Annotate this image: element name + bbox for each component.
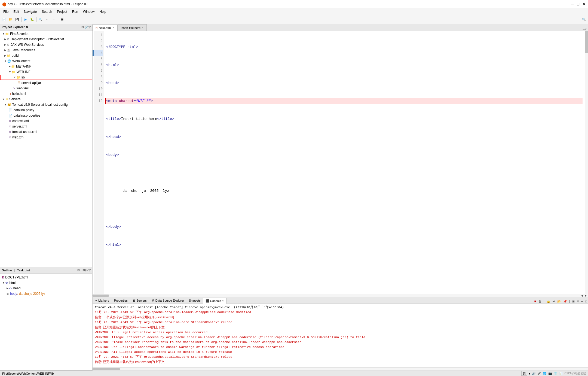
menu-window[interactable]: Window bbox=[81, 9, 97, 14]
outline-body-icon: ▣ bbox=[7, 292, 9, 295]
menu-edit[interactable]: Edit bbox=[11, 9, 21, 14]
toolbar-perspectives[interactable]: ⊞ bbox=[59, 17, 65, 23]
outline-icon3[interactable]: ⊞ bbox=[82, 269, 85, 272]
tree-web-inf[interactable]: ▼ 📁 WEB-INF bbox=[0, 69, 92, 75]
outline-icon4[interactable]: ▷ bbox=[85, 269, 88, 272]
collapse-all-icon[interactable]: ⊟ bbox=[81, 26, 84, 29]
toolbar-new[interactable]: 📄 bbox=[1, 17, 7, 23]
tree-web-xml[interactable]: ✕ web.xml bbox=[0, 86, 92, 91]
tree-catalina-props-label: catalina.properties bbox=[14, 114, 40, 117]
view-menu-icon[interactable]: ▽ bbox=[88, 26, 91, 29]
tab-console[interactable]: ⬛ Console ✕ bbox=[203, 298, 226, 304]
tree-servers[interactable]: ▼ 🖥 Servers bbox=[0, 96, 92, 102]
console-close[interactable]: ✕ bbox=[222, 299, 224, 302]
outline-icon2[interactable]: ↕ bbox=[80, 269, 82, 272]
tree-meta-inf[interactable]: ▶ 📁 META-INF bbox=[0, 64, 92, 69]
tree-tomcat-users[interactable]: ✕ tomcat-users.xml bbox=[0, 129, 92, 135]
tab-close-insert[interactable]: ✕ bbox=[142, 26, 144, 29]
maximize-button[interactable]: □ bbox=[577, 2, 579, 6]
toolbar-save[interactable]: 💾 bbox=[14, 17, 20, 23]
editor-minimize-icon[interactable]: ─ bbox=[583, 28, 585, 31]
tab-markers[interactable]: ✔ Markers bbox=[93, 298, 112, 304]
console-minimize[interactable]: ─ bbox=[580, 299, 584, 303]
tab-properties[interactable]: Properties bbox=[112, 298, 130, 304]
console-open-file-icon[interactable]: 📂 bbox=[556, 299, 562, 304]
tree-build[interactable]: ▶ 📁 build bbox=[0, 53, 92, 58]
toolbar-open[interactable]: 📂 bbox=[8, 17, 14, 23]
console-scroll-lock-icon[interactable]: 🔒 bbox=[546, 299, 551, 304]
editor-scrollbar[interactable] bbox=[585, 31, 588, 294]
console-hscroll[interactable] bbox=[93, 367, 588, 371]
console-word-wrap-icon[interactable]: ↵ bbox=[552, 299, 556, 304]
toolbar-search-right[interactable]: 🔍 bbox=[581, 17, 587, 23]
close-button[interactable]: ✕ bbox=[583, 2, 586, 6]
minimize-button[interactable]: ─ bbox=[571, 2, 574, 6]
statusbar-icon3: 🎤 bbox=[537, 372, 541, 375]
tree-server-xml[interactable]: ✕ server.xml bbox=[0, 124, 92, 129]
editor-view-controls: ─ □ bbox=[582, 28, 588, 31]
statusbar-brand: CSDN@经验笔记 bbox=[565, 372, 586, 375]
tree-java-resources[interactable]: ▶ ☕ Java Resources bbox=[0, 47, 92, 53]
tab-close-hello[interactable]: ✕ bbox=[112, 26, 115, 29]
editor-hscroll[interactable]: ◀ ▶ bbox=[93, 294, 588, 297]
menu-file[interactable]: File bbox=[1, 9, 11, 14]
outline-doctype[interactable]: D DOCTYPE:html bbox=[0, 275, 92, 280]
tree-webcontent[interactable]: ▼ 🌐 WebContent bbox=[0, 58, 92, 64]
outline-icon1[interactable]: ⊟ bbox=[77, 269, 79, 272]
console-pin-icon[interactable]: 📌 bbox=[562, 299, 568, 304]
scroll-arrow-right[interactable]: ▶ bbox=[584, 294, 588, 297]
menu-search[interactable]: Search bbox=[39, 9, 54, 14]
tree-context-xml[interactable]: ✕ context.xml bbox=[0, 118, 92, 124]
tree-tomcat-label: Tomcat v9.0 Server at localhost-config bbox=[12, 103, 68, 107]
tab-insert-title[interactable]: Insert title here ✕ bbox=[118, 24, 147, 31]
code-line-7: <body> bbox=[106, 152, 583, 158]
tab-servers[interactable]: 🖥 Servers bbox=[130, 298, 149, 304]
console-maximize[interactable]: □ bbox=[584, 299, 588, 303]
editor-outer: H hello.html ✕ Insert title here ✕ ─ □ bbox=[93, 24, 588, 371]
ime-status[interactable]: 英 bbox=[521, 371, 527, 376]
outline-body[interactable]: ▣ body : da shu ju 2005 lyz bbox=[0, 291, 92, 296]
menu-navigate[interactable]: Navigate bbox=[22, 9, 39, 14]
menu-run[interactable]: Run bbox=[70, 9, 80, 14]
menu-help[interactable]: Help bbox=[97, 9, 109, 14]
toolbar-debug[interactable]: 🐛 bbox=[29, 17, 35, 23]
tab-hello-html[interactable]: H hello.html ✕ bbox=[93, 25, 118, 31]
tree-firstseverlet[interactable]: ▼ 📁 FirstSeverlet bbox=[0, 31, 92, 37]
toolbar-fwd[interactable]: → bbox=[51, 17, 57, 23]
console-view-menu[interactable]: ▽ bbox=[576, 299, 580, 304]
tree-catalina-policy[interactable]: 📄 catalina.policy bbox=[0, 107, 92, 113]
menu-project[interactable]: Project bbox=[55, 9, 69, 14]
console-stop-icon[interactable]: ■ bbox=[534, 299, 537, 304]
code-line-11: </body> bbox=[106, 224, 583, 230]
link-editor-icon[interactable]: 🔗 bbox=[84, 26, 88, 29]
toolbar-search[interactable]: 🔍 bbox=[38, 17, 44, 23]
tree-lib[interactable]: ▼ 📁 lib bbox=[0, 75, 92, 80]
outline-html[interactable]: ▼ <> html bbox=[0, 280, 92, 286]
outline-head[interactable]: ▶ <> head bbox=[0, 286, 92, 291]
tree-deployment-descriptor[interactable]: ▶ ⚙ Deployment Descriptor: FirstSeverlet bbox=[0, 37, 92, 42]
toolbar-back[interactable]: ← bbox=[44, 17, 50, 23]
console-clear-icon[interactable]: 🗑 bbox=[538, 299, 542, 303]
tree-catalina-properties[interactable]: 📄 catalina.properties bbox=[0, 113, 92, 118]
tab-datasource[interactable]: 🗄 Data Source Explorer bbox=[149, 298, 186, 304]
tree-jax-ws[interactable]: ▶ ⚙ JAX-WS Web Services bbox=[0, 42, 92, 47]
tab-snippets[interactable]: Snippets bbox=[186, 298, 203, 304]
statusbar-icon2: 🔊 bbox=[532, 372, 536, 375]
project-explorer: Project Explorer ✕ ⊟ 🔗 ▽ ▼ 📁 FirstSeverl… bbox=[0, 24, 92, 267]
editor-maximize-icon[interactable]: □ bbox=[585, 28, 587, 31]
charset-attr: charset bbox=[119, 98, 134, 104]
console-new-icon[interactable]: ⊞ bbox=[571, 299, 575, 304]
outline-panel-icons: ⊟ ↕ ⊞ ▷ ▽ bbox=[77, 269, 91, 272]
tree-hello-html[interactable]: H hello.html bbox=[0, 91, 92, 96]
outline-icon5[interactable]: ▽ bbox=[88, 269, 91, 272]
task-list-tab[interactable]: Task List bbox=[17, 269, 30, 272]
tree-servlet-api[interactable]: 🗄 servlet-api.jar bbox=[0, 80, 92, 86]
tree-tomcat[interactable]: ▼ 🐱 Tomcat v9.0 Server at localhost-conf… bbox=[0, 102, 92, 107]
scroll-arrow-left[interactable]: ◀ bbox=[580, 294, 584, 297]
toolbar-run[interactable]: ▶ bbox=[23, 17, 29, 23]
code-editor[interactable]: <!DOCTYPE html> <html> <head> <meta char… bbox=[104, 31, 585, 294]
tree-web-xml2[interactable]: ✕ web.xml bbox=[0, 135, 92, 140]
html-icon: H bbox=[9, 92, 11, 95]
outline-tab[interactable]: Outline bbox=[2, 269, 12, 272]
statusbar-path: FirstSeverlet/WebContent/WEB-INF/lib bbox=[2, 372, 54, 375]
